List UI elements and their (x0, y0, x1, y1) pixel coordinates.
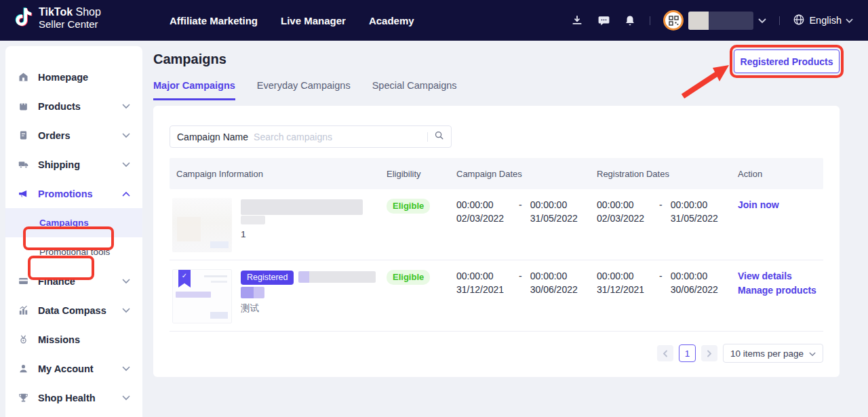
table-row: 1 Eligible 00:00:0002/03/2022 - 00:00:00… (170, 189, 823, 260)
chevron-down-icon (846, 15, 853, 26)
finance-card-icon (18, 275, 29, 287)
campaign-image (172, 198, 232, 252)
chevron-up-icon (122, 191, 130, 197)
language-label: English (809, 15, 842, 26)
campaign-note: 测试 (241, 302, 376, 315)
shipping-truck-icon (18, 159, 29, 170)
search-divider (427, 132, 428, 142)
avatar (663, 10, 684, 31)
medal-icon (18, 334, 29, 345)
chevron-down-icon (122, 162, 130, 167)
nav-academy[interactable]: Academy (369, 15, 414, 26)
globe-icon (793, 14, 805, 28)
eligibility-badge: Eligible (387, 270, 430, 285)
campaign-note: 1 (241, 229, 363, 239)
registered-products-button[interactable]: Registered Products (734, 49, 840, 73)
table-header: Campaign Information Eligibility Campaig… (170, 158, 823, 189)
chat-icon[interactable] (597, 14, 610, 27)
campaigns-table: Campaign Information Eligibility Campaig… (170, 158, 823, 332)
registration-dates: 00:00:0031/12/2021 - 00:00:0030/06/2022 (590, 260, 731, 332)
home-icon (18, 71, 29, 83)
sidebar-item-shop-health[interactable]: Shop Health (5, 383, 142, 412)
language-selector[interactable]: English (793, 14, 853, 28)
chevron-down-icon (122, 308, 130, 313)
page-number-button[interactable]: 1 (679, 344, 696, 362)
sidebar: Homepage Products Orders Shipping Promot… (5, 46, 142, 417)
tab-major-campaigns[interactable]: Major Campaigns (153, 80, 235, 100)
col-registration-dates: Registration Dates (590, 158, 731, 189)
logo-seller-center: Seller Center (39, 18, 101, 30)
page-size-select[interactable]: 10 items per page (723, 344, 823, 363)
redacted-campaign-name (241, 199, 363, 215)
nav-affiliate-marketing[interactable]: Affiliate Marketing (170, 15, 258, 26)
page-title: Campaigns (153, 52, 226, 67)
eligibility-badge: Eligible (387, 199, 430, 214)
search-icon[interactable] (434, 130, 444, 143)
download-icon[interactable] (570, 14, 584, 27)
nav-live-manager[interactable]: Live Manager (281, 15, 346, 26)
data-chart-icon (18, 304, 29, 316)
account-menu[interactable] (663, 10, 766, 31)
col-action: Action (731, 158, 823, 189)
topbar-divider (650, 16, 650, 25)
top-navigation: Affiliate Marketing Live Manager Academy (170, 0, 414, 41)
chevron-down-icon (122, 133, 130, 138)
person-icon (18, 363, 29, 374)
chevron-down-icon (122, 395, 130, 401)
sidebar-item-promotions[interactable]: Promotions (5, 179, 142, 208)
logo-shop: Shop (73, 6, 101, 18)
sidebar-item-orders[interactable]: Orders (5, 121, 142, 150)
search-input[interactable] (254, 132, 425, 142)
manage-products-link[interactable]: Manage products (738, 283, 823, 297)
table-row: ✓ Registered 测试 Eligible 00:00:0031/12/2… (170, 260, 823, 332)
view-details-link[interactable]: View details (738, 269, 823, 283)
registered-badge: Registered (241, 271, 294, 285)
sidebar-item-promotional-tools[interactable]: Promotional tools (5, 237, 142, 266)
tiktok-shop-logo[interactable]: TikTok Shop Seller Center (15, 6, 101, 31)
campaign-search: Campaign Name (170, 125, 452, 148)
bookmark-check-icon: ✓ (178, 270, 191, 287)
redacted-campaign-name (241, 216, 265, 224)
sidebar-item-data-compass[interactable]: Data Compass (5, 296, 142, 325)
tab-special-campaigns[interactable]: Special Campaigns (372, 80, 457, 100)
tab-everyday-campaigns[interactable]: Everyday Campaigns (257, 80, 351, 100)
sidebar-item-shipping[interactable]: Shipping (5, 150, 142, 179)
chevron-down-icon (122, 104, 130, 109)
logo-tiktok: TikTok (39, 6, 73, 18)
col-campaign-information: Campaign Information (170, 158, 380, 189)
top-bar: TikTok Shop Seller Center Affiliate Mark… (0, 0, 868, 41)
products-bag-icon (18, 100, 29, 112)
campaign-dates: 00:00:0031/12/2021 - 00:00:0030/06/2022 (450, 260, 590, 332)
redacted-campaign-name (298, 271, 376, 283)
col-eligibility: Eligibility (380, 158, 450, 189)
orders-icon (18, 130, 29, 141)
next-page-button[interactable] (701, 345, 717, 361)
trophy-icon (18, 392, 29, 403)
sidebar-item-homepage[interactable]: Homepage (5, 62, 142, 92)
top-right-cluster: English (570, 0, 853, 41)
pagination: 1 10 items per page (657, 344, 823, 363)
tiktok-note-icon (15, 7, 33, 30)
redacted-username (688, 12, 753, 30)
sidebar-item-campaigns[interactable]: Campaigns (5, 208, 142, 237)
sidebar-item-finance[interactable]: Finance (5, 266, 142, 296)
sidebar-item-missions[interactable]: Missions (5, 325, 142, 354)
campaign-tabs: Major Campaigns Everyday Campaigns Speci… (153, 80, 457, 100)
col-campaign-dates: Campaign Dates (450, 158, 590, 189)
sidebar-item-products[interactable]: Products (5, 92, 142, 121)
campaign-image: ✓ (172, 269, 232, 323)
registration-dates: 00:00:0002/03/2022 - 00:00:0031/05/2022 (590, 189, 731, 261)
search-label: Campaign Name (177, 132, 248, 142)
chevron-down-icon (122, 279, 130, 284)
chevron-down-icon (758, 14, 766, 26)
chevron-down-icon (809, 349, 816, 359)
topbar-divider (779, 16, 780, 25)
campaigns-panel: Campaign Name Campaign Information Eligi… (153, 106, 840, 377)
bell-icon[interactable] (623, 14, 637, 27)
megaphone-icon (18, 188, 29, 199)
chevron-down-icon (122, 366, 130, 372)
prev-page-button[interactable] (657, 345, 673, 361)
sidebar-item-my-account[interactable]: My Account (5, 354, 142, 383)
join-now-link[interactable]: Join now (738, 198, 823, 212)
campaign-dates: 00:00:0002/03/2022 - 00:00:0031/05/2022 (450, 189, 590, 261)
